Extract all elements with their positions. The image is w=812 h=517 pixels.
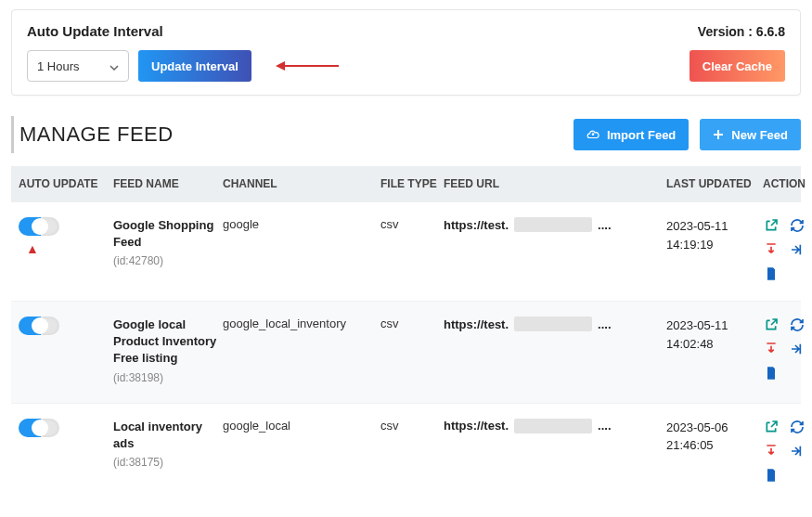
feed-id-text: (id:38175) [113,456,223,469]
url-suffix: .... [598,419,611,433]
cell-feed-url: https://test. .... [444,419,666,433]
new-feed-label: New Feed [731,128,788,142]
cell-auto-update: ▲ [19,217,113,256]
feed-name-text: Local inventory ads [113,419,223,452]
cell-action [763,217,812,282]
version-label: Version : 6.6.8 [698,24,785,39]
export-icon[interactable] [789,241,806,258]
plus-icon [713,129,724,140]
col-last-updated: LAST UPDATED [666,177,763,190]
cell-channel: google_local_inventory [223,317,380,330]
import-feed-label: Import Feed [607,128,676,142]
updated-date: 2023-05-11 [666,317,763,335]
col-auto-update: AUTO UPDATE [19,177,113,190]
cell-auto-update [19,419,113,437]
panel-title: Auto Update Interval [27,23,163,39]
new-feed-button[interactable]: New Feed [700,119,801,150]
table-row: Google local Product Inventory Free list… [11,301,801,403]
feed-name-text: Google Shopping Feed [113,217,223,251]
cell-channel: google [223,217,380,231]
download-icon[interactable] [763,241,780,258]
open-link-icon[interactable] [763,317,780,333]
interval-selected-text: 1 Hours [37,59,80,73]
feed-table: AUTO UPDATE FEED NAME CHANNEL FILE TYPE … [11,166,801,502]
feed-table-header: AUTO UPDATE FEED NAME CHANNEL FILE TYPE … [11,166,801,201]
file-icon[interactable] [763,365,780,381]
url-suffix: .... [598,317,611,331]
url-redacted [514,419,592,433]
open-link-icon[interactable] [763,217,780,234]
col-channel: CHANNEL [223,177,380,190]
update-interval-button[interactable]: Update Interval [138,50,251,82]
manage-feed-actions: Import Feed New Feed [574,119,801,150]
updated-time: 21:46:05 [666,436,763,455]
url-prefix: https://test. [444,317,509,331]
updated-date: 2023-05-11 [666,217,763,236]
arrow-up-annotation-icon: ▲ [26,241,113,256]
updated-time: 14:19:19 [666,236,763,254]
cell-action [763,419,812,484]
open-link-icon[interactable] [763,419,780,435]
url-redacted [514,217,592,232]
feed-id-text: (id:38198) [113,371,223,384]
col-feed-name: FEED NAME [113,177,223,190]
cell-feed-name: Local inventory ads (id:38175) [113,419,223,469]
export-icon[interactable] [789,341,806,357]
auto-update-toggle[interactable] [19,419,59,437]
panel-header: Auto Update Interval Version : 6.6.8 [27,23,785,39]
cell-last-updated: 2023-05-11 14:02:48 [666,317,763,353]
cell-file-type: csv [380,217,444,231]
col-feed-url: FEED URL [444,177,666,190]
download-icon[interactable] [763,443,780,459]
download-icon[interactable] [763,341,780,357]
updated-date: 2023-05-06 [666,419,763,437]
cell-channel: google_local [223,419,380,433]
refresh-icon[interactable] [789,419,806,435]
cell-feed-name: Google local Product Inventory Free list… [113,317,223,384]
chevron-down-icon [110,58,119,73]
auto-update-toggle[interactable] [19,217,59,236]
cell-last-updated: 2023-05-11 14:19:19 [666,217,763,253]
col-file-type: FILE TYPE [380,177,444,190]
col-action: ACTION [763,177,812,190]
file-icon[interactable] [763,265,780,282]
auto-update-toggle[interactable] [19,317,59,335]
url-prefix: https://test. [444,419,509,433]
feed-name-text: Google local Product Inventory Free list… [113,317,223,368]
file-icon[interactable] [763,467,780,484]
url-prefix: https://test. [444,218,509,232]
import-feed-button[interactable]: Import Feed [574,119,689,150]
arrow-annotation-icon [276,61,339,71]
url-redacted [514,317,592,331]
manage-feed-header: MANAGE FEED Import Feed New Feed [11,116,801,153]
clear-cache-button[interactable]: Clear Cache [690,50,785,82]
feed-id-text: (id:42780) [113,254,223,267]
cell-file-type: csv [380,419,444,433]
updated-time: 14:02:48 [666,335,763,354]
cell-feed-url: https://test. .... [444,217,666,232]
export-icon[interactable] [789,443,806,459]
table-row: Local inventory ads (id:38175) google_lo… [11,403,801,502]
cell-feed-name: Google Shopping Feed (id:42780) [113,217,223,267]
cell-auto-update [19,317,113,335]
cloud-download-icon [586,128,599,141]
url-suffix: .... [598,218,611,232]
manage-feed-title: MANAGE FEED [19,123,574,147]
refresh-icon[interactable] [789,217,806,234]
auto-update-panel: Auto Update Interval Version : 6.6.8 1 H… [11,9,801,96]
table-row: ▲ Google Shopping Feed (id:42780) google… [11,201,801,301]
cell-last-updated: 2023-05-06 21:46:05 [666,419,763,455]
cell-action [763,317,812,381]
panel-controls: 1 Hours Update Interval Clear Cache [27,50,785,82]
cell-file-type: csv [380,317,444,330]
cell-feed-url: https://test. .... [444,317,666,331]
refresh-icon[interactable] [789,317,806,333]
interval-select[interactable]: 1 Hours [27,50,129,82]
